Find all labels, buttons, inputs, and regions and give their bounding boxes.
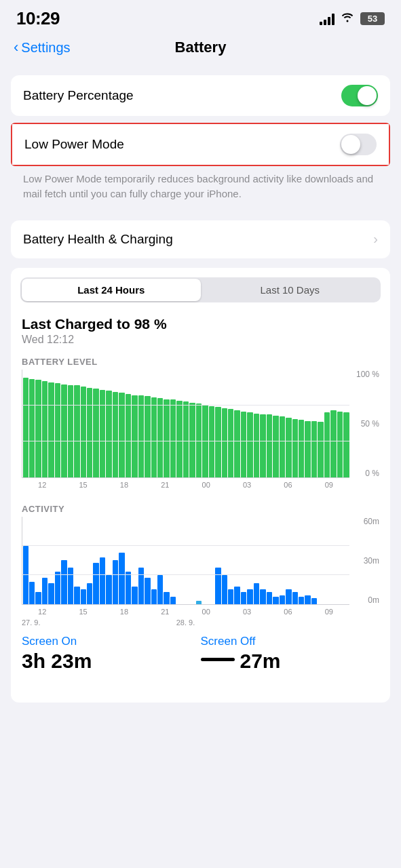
battery-bar bbox=[132, 395, 137, 477]
battery-bar bbox=[145, 396, 150, 477]
battery-bar bbox=[260, 414, 265, 477]
screen-off-col: Screen Off 27m bbox=[201, 635, 380, 673]
activity-bar bbox=[145, 578, 150, 604]
battery-bar bbox=[189, 403, 195, 477]
battery-bar bbox=[241, 412, 246, 477]
x-label-activity: 06 bbox=[267, 608, 308, 616]
battery-bar bbox=[23, 378, 28, 477]
x-label-activity: 18 bbox=[104, 608, 145, 616]
battery-bar bbox=[280, 416, 285, 477]
battery-bar bbox=[286, 418, 291, 477]
battery-bar bbox=[113, 392, 118, 477]
activity-x-labels: 1215182100030609 bbox=[22, 605, 349, 616]
battery-bar bbox=[215, 407, 221, 477]
battery-bar bbox=[119, 393, 124, 477]
segmented-control: Last 24 Hours Last 10 Days bbox=[20, 277, 381, 302]
battery-bar bbox=[100, 390, 105, 477]
activity-bar bbox=[48, 583, 54, 604]
battery-bar bbox=[299, 420, 304, 477]
battery-bar bbox=[234, 410, 240, 477]
activity-bar bbox=[247, 589, 252, 604]
battery-bar bbox=[305, 421, 310, 477]
battery-bar bbox=[164, 399, 169, 477]
segment-10d[interactable]: Last 10 Days bbox=[201, 279, 380, 301]
battery-bar bbox=[106, 391, 111, 477]
battery-bar bbox=[324, 412, 330, 477]
y-label-0m: 0m bbox=[368, 595, 379, 605]
nav-bar: ‹ Settings Battery bbox=[0, 32, 401, 66]
activity-bar bbox=[286, 589, 291, 604]
chevron-right-icon: › bbox=[373, 231, 378, 247]
activity-bar bbox=[157, 575, 163, 604]
x-label-activity: 21 bbox=[145, 608, 185, 616]
x-label-battery: 15 bbox=[62, 481, 103, 489]
last-charged-subtitle: Wed 12:12 bbox=[22, 334, 379, 346]
battery-bars-area bbox=[22, 370, 349, 478]
x-label-battery: 18 bbox=[104, 481, 145, 489]
battery-bar bbox=[318, 422, 323, 477]
activity-bar bbox=[254, 583, 259, 604]
toggle-thumb-lpm bbox=[341, 135, 360, 154]
battery-bar bbox=[138, 395, 144, 477]
activity-bar bbox=[68, 568, 73, 604]
battery-bar bbox=[170, 399, 176, 477]
low-power-description-container: Low Power Mode temporarily reduces backg… bbox=[11, 166, 390, 211]
date-labels: 27. 9. 28. 9. bbox=[22, 616, 349, 629]
battery-bar bbox=[222, 408, 227, 477]
low-power-mode-toggle[interactable] bbox=[340, 134, 377, 155]
activity-bar bbox=[61, 560, 66, 604]
wifi-icon bbox=[340, 12, 355, 26]
battery-level-chart-container: 100 % 50 % 0 % 1215182100030609 bbox=[11, 370, 390, 489]
activity-bar bbox=[305, 595, 310, 604]
x-label-activity: 12 bbox=[22, 608, 62, 616]
x-label-activity: 03 bbox=[227, 608, 267, 616]
activity-bar bbox=[273, 597, 278, 604]
battery-bar bbox=[267, 414, 272, 477]
activity-bar bbox=[292, 592, 298, 604]
activity-bar bbox=[23, 546, 28, 604]
battery-bar bbox=[48, 382, 54, 477]
activity-bar bbox=[151, 589, 157, 604]
battery-health-section: Battery Health & Charging › bbox=[11, 220, 390, 258]
toggle-thumb bbox=[358, 86, 377, 105]
segment-24h[interactable]: Last 24 Hours bbox=[22, 279, 201, 301]
battery-bar bbox=[81, 387, 86, 477]
battery-bar bbox=[343, 412, 349, 477]
battery-bar bbox=[93, 389, 98, 477]
y-label-100: 100 % bbox=[356, 370, 379, 379]
battery-bar bbox=[29, 379, 35, 477]
battery-percentage-row: Battery Percentage bbox=[11, 75, 390, 116]
battery-x-labels: 1215182100030609 bbox=[22, 478, 349, 489]
battery-bar bbox=[196, 403, 202, 477]
back-button[interactable]: ‹ Settings bbox=[14, 40, 71, 56]
battery-bar bbox=[176, 401, 182, 477]
activity-bar bbox=[35, 592, 41, 604]
battery-icon: 53 bbox=[360, 12, 385, 25]
x-label-battery: 03 bbox=[227, 481, 267, 489]
activity-bar bbox=[87, 583, 92, 604]
activity-bar bbox=[132, 587, 137, 604]
x-label-activity: 00 bbox=[186, 608, 227, 616]
activity-y-labels: 60m 30m 0m bbox=[349, 517, 379, 605]
battery-percentage-label: Battery Percentage bbox=[23, 88, 134, 103]
battery-bar bbox=[254, 414, 259, 477]
battery-bar bbox=[202, 405, 208, 477]
battery-health-row[interactable]: Battery Health & Charging › bbox=[11, 220, 390, 258]
activity-bar bbox=[113, 560, 118, 604]
battery-percentage-card: Battery Percentage bbox=[11, 75, 390, 116]
battery-percentage-toggle[interactable] bbox=[341, 85, 378, 106]
x-label-battery: 06 bbox=[267, 481, 308, 489]
battery-bar bbox=[157, 398, 163, 477]
last-charged-title: Last Charged to 98 % bbox=[22, 316, 379, 332]
x-label-activity: 09 bbox=[309, 608, 349, 616]
x-label-battery: 09 bbox=[309, 481, 349, 489]
date-label-left: 27. 9. bbox=[22, 618, 131, 627]
activity-bar bbox=[234, 587, 240, 604]
battery-health-card: Battery Health & Charging › bbox=[11, 220, 390, 258]
activity-chart: 60m 30m 0m bbox=[22, 517, 379, 605]
low-power-mode-card: Low Power Mode bbox=[11, 123, 390, 166]
activity-bar bbox=[93, 563, 98, 604]
activity-bar bbox=[170, 597, 176, 604]
chevron-left-icon: ‹ bbox=[14, 40, 18, 55]
status-bar: 10:29 53 bbox=[0, 0, 401, 32]
